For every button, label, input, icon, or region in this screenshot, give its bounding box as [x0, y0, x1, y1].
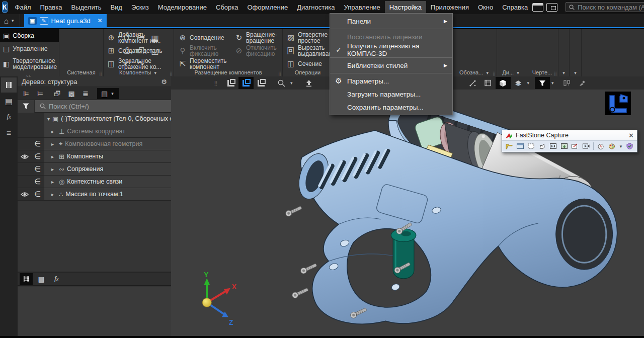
chevron-down-icon[interactable]: ▾	[515, 70, 521, 75]
tree-row-layout-geometry[interactable]: ∈ ▸ ⌖ Компоновочная геометрия	[18, 138, 171, 150]
view-mode-alt[interactable]	[254, 77, 269, 89]
menu-settings[interactable]: Настройка	[385, 1, 426, 14]
disable-fix-button[interactable]: ⊘ Отключить фиксацию	[232, 44, 282, 57]
collapse-arrow-icon[interactable]: ▸	[51, 154, 56, 159]
delay-timer-icon[interactable]	[596, 142, 606, 150]
tree-layers-button[interactable]: ≣	[79, 88, 92, 99]
tab-heat-gun[interactable]: ▣ ✎ Heat gun.a3d ✕	[24, 14, 107, 27]
coincident-button[interactable]: ⊛ Совпадение	[176, 31, 232, 44]
tree-search-bar[interactable]: Поиск (Ctrl+/)	[18, 100, 171, 113]
tree-row-mates[interactable]: ∈ ▸ ∾ Сопряжения	[18, 163, 171, 176]
group-grip[interactable]: ⣿	[170, 73, 173, 75]
collapse-arrow-icon[interactable]: ▸	[51, 166, 56, 172]
menu-diagnostics[interactable]: Диагностика	[292, 1, 339, 14]
mirror-component-button[interactable]: ◫ Зеркальное отражение ко...	[105, 57, 173, 70]
section-button[interactable]: ◫ Сечение	[284, 57, 333, 70]
tab-variables[interactable]: fx	[50, 273, 63, 285]
view-mode-active[interactable]	[238, 77, 254, 89]
tab-close-icon[interactable]: ✕	[98, 17, 103, 24]
constraints-tool[interactable]	[559, 77, 575, 89]
tree-components-filter-button[interactable]: 🗗	[51, 88, 64, 99]
rotation-rotation-button[interactable]: ↻ Вращение-вращение	[232, 31, 282, 44]
hole-simple-button[interactable]: ▨ Отверстие простое	[284, 31, 333, 44]
tree-display-options-button[interactable]: ▤▾	[97, 88, 119, 99]
tree-row-coordinate-systems[interactable]: ▸ ⊥ Системы координат	[18, 125, 171, 138]
chevron-down-icon[interactable]: ▾	[618, 144, 624, 149]
capture-window-icon[interactable]	[516, 142, 525, 150]
eye-icon[interactable]	[21, 154, 29, 159]
mode-assembly[interactable]: ▣ Сборка	[0, 29, 59, 42]
orientation-badge[interactable]	[605, 92, 631, 115]
tree-row-point-array[interactable]: ∈ ▸ ∴ Массив по точкам:1	[18, 188, 171, 201]
parameters-panel-button[interactable]: ▤	[1, 94, 17, 109]
video-record-icon[interactable]	[581, 142, 591, 150]
menu-help[interactable]: Справка	[498, 1, 532, 14]
chevron-down-icon[interactable]: ▾	[550, 80, 555, 86]
render-mode-tool[interactable]	[496, 77, 511, 89]
expand-arrow-icon[interactable]: ▾	[47, 116, 50, 122]
mode-management[interactable]: ▤ Управление	[0, 42, 59, 55]
menu-item-style-libraries[interactable]: Библиотеки стилей ▶	[330, 59, 452, 72]
capture-freehand-icon[interactable]	[537, 142, 547, 150]
menu-select[interactable]: Выделить	[66, 1, 106, 14]
toolbar-grip[interactable]: ⣿	[208, 77, 223, 89]
eye-icon[interactable]	[21, 192, 29, 197]
notebook-tool[interactable]	[480, 77, 496, 89]
menu-file[interactable]: Файл	[11, 1, 36, 14]
enable-fix-button[interactable]: ⚲ Включить фиксацию	[176, 44, 232, 57]
menu-view[interactable]: Вид	[106, 1, 127, 14]
tree-selection-filter-button[interactable]: ▩	[65, 88, 78, 99]
tree-row-components[interactable]: ∈ ▸ ⊞ Компоненты	[18, 150, 171, 163]
faststone-window[interactable]: FastStone Capture ✕ ▾	[502, 130, 637, 152]
menu-item-panels[interactable]: Панели ▶	[330, 15, 452, 28]
edit-draw-icon[interactable]	[571, 142, 580, 150]
tree-structure-view-button[interactable]: ⊨	[34, 88, 47, 99]
chevron-down-icon[interactable]: ▾	[289, 80, 294, 86]
tree-row-root[interactable]: ▾ ▣ (-)Термопистолет (Тел-0, Сборочных е…	[18, 113, 171, 125]
filter-tool[interactable]	[535, 77, 550, 89]
collapse-arrow-icon[interactable]: ▸	[51, 192, 56, 197]
group-grip[interactable]: ⣿	[278, 73, 281, 75]
faststone-titlebar[interactable]: FastStone Capture ✕	[502, 130, 637, 141]
capture-fullscreen-icon[interactable]	[548, 142, 558, 150]
command-search-input[interactable]: Поиск по командам (Alt+/)	[566, 2, 644, 12]
menu-modeling[interactable]: Моделирование	[153, 1, 211, 14]
viewport-3d[interactable]: Y X Z	[171, 90, 644, 336]
menu-item-parameters[interactable]: ⚙ Параметры...	[330, 74, 452, 88]
snap-tool[interactable]	[465, 77, 480, 89]
close-icon[interactable]: ✕	[628, 132, 634, 139]
menu-sketch[interactable]: Эскиз	[127, 1, 153, 14]
menu-item-save-parameters[interactable]: Сохранить параметры...	[330, 101, 452, 114]
chevron-down-icon[interactable]: ▾	[573, 70, 578, 75]
add-component-button[interactable]: ⊕ Добавить компонент из...	[105, 31, 173, 44]
window-layout-icon[interactable]	[546, 3, 557, 12]
main-body-shell[interactable]	[294, 130, 617, 324]
mode-solid-modeling[interactable]: ◧ Твердотельное моделирование	[0, 55, 59, 72]
group-grip[interactable]: ⣿	[554, 73, 557, 75]
capture-rectangle-icon[interactable]	[527, 142, 536, 150]
chevron-down-icon[interactable]: ▾	[561, 70, 567, 75]
tree-panel-button[interactable]	[1, 77, 17, 93]
tab-parameters[interactable]: ▤	[35, 273, 48, 285]
group-grip[interactable]: ⣿	[493, 73, 496, 75]
group-grip[interactable]: ⣿	[99, 73, 102, 75]
tree-filter-button[interactable]	[18, 100, 35, 113]
color-picker-icon[interactable]	[607, 142, 617, 150]
menu-applications[interactable]: Приложения	[426, 1, 473, 14]
orient-up-tool[interactable]	[301, 77, 316, 89]
open-icon[interactable]	[505, 142, 514, 150]
tree-row-context-links[interactable]: ∈ ▸ ◎ Контекстные связи	[18, 176, 171, 188]
view-mode-standard[interactable]	[223, 77, 238, 89]
collapse-arrow-icon[interactable]: ▸	[51, 141, 56, 147]
gear-icon[interactable]: ⚙	[161, 78, 167, 86]
zoom-tool[interactable]	[274, 77, 289, 89]
variables-panel-button[interactable]: fx	[1, 110, 17, 125]
menu-item-load-parameters[interactable]: Загрузить параметры...	[330, 88, 452, 101]
menu-edit[interactable]: Правка	[36, 1, 67, 14]
orientation-tool[interactable]	[511, 77, 526, 89]
collapse-arrow-icon[interactable]: ▸	[51, 179, 56, 185]
chevron-down-icon[interactable]: ▾	[152, 70, 158, 75]
layers-panel-button[interactable]: ≡	[1, 126, 17, 141]
home-button[interactable]: ⌂ ▾	[0, 14, 20, 27]
settings-shield-icon[interactable]	[625, 142, 634, 150]
